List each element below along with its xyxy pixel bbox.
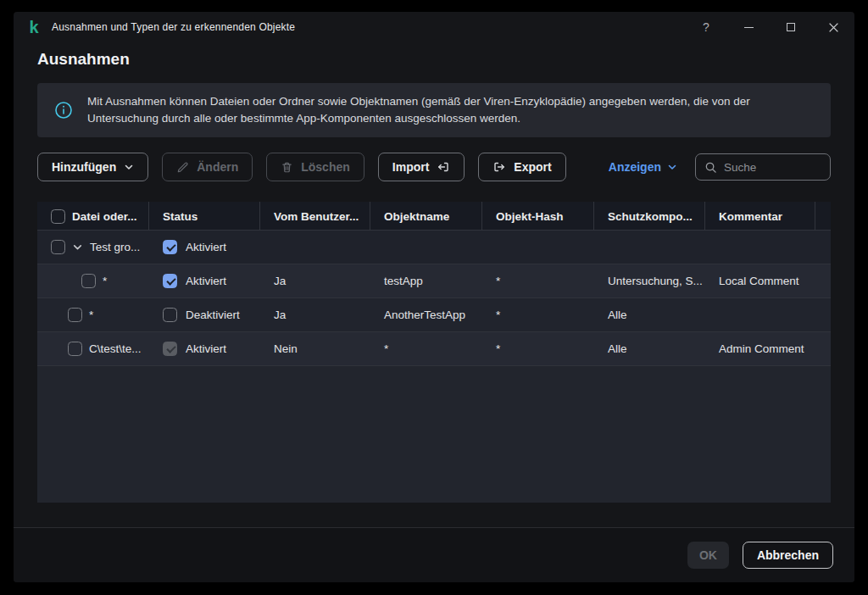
- cell-components: [594, 231, 705, 264]
- import-icon: [437, 160, 450, 174]
- ok-button[interactable]: OK: [687, 542, 729, 569]
- status-checkbox[interactable]: [163, 274, 177, 288]
- header-status[interactable]: Status: [149, 202, 260, 231]
- cell-comment: [705, 298, 815, 331]
- chevron-down-icon: [667, 162, 677, 172]
- cell-object: testApp: [370, 264, 482, 298]
- table-row[interactable]: * Aktiviert Ja testApp * Untersuchung, S…: [37, 264, 831, 298]
- delete-button-label: Löschen: [301, 160, 350, 174]
- row-checkbox[interactable]: [68, 342, 82, 356]
- group-name: Test gro...: [90, 241, 140, 253]
- close-icon: [828, 22, 839, 33]
- header-file-or-folder[interactable]: Datei oder...: [37, 202, 149, 231]
- table-row[interactable]: * Deaktiviert Ja AnotherTestApp * Alle: [37, 298, 831, 332]
- edit-button-label: Ändern: [197, 160, 238, 174]
- footer: OK Abbrechen: [14, 528, 854, 582]
- cell-comment: [705, 231, 815, 264]
- cell-comment: Local Comment: [705, 264, 815, 298]
- minimize-icon: [744, 27, 754, 28]
- status-label: Aktiviert: [186, 275, 226, 287]
- cell-hash: [482, 231, 594, 264]
- info-icon: [54, 101, 73, 120]
- status-label: Aktiviert: [186, 241, 226, 253]
- row-checkbox[interactable]: [51, 240, 65, 254]
- header-object-name[interactable]: Objektname: [370, 202, 482, 231]
- cell-hash: *: [482, 332, 594, 365]
- row-checkbox[interactable]: [68, 308, 82, 322]
- show-dropdown-label: Anzeigen: [609, 160, 661, 174]
- export-icon: [492, 160, 506, 174]
- table-row[interactable]: C\test\te... Aktiviert Nein * * Alle Adm…: [37, 332, 831, 366]
- cell-user: Nein: [260, 332, 370, 365]
- cell-user: Ja: [260, 298, 370, 331]
- delete-button[interactable]: Löschen: [266, 153, 364, 181]
- header-spacer: [815, 202, 836, 231]
- dialog-window: k Ausnahmen und Typen der zu erkennenden…: [14, 12, 854, 582]
- import-button[interactable]: Import: [378, 153, 465, 181]
- cell-object: [370, 231, 482, 264]
- titlebar: k Ausnahmen und Typen der zu erkennenden…: [14, 12, 854, 42]
- cell-object: *: [370, 332, 482, 365]
- trash-icon: [281, 161, 293, 174]
- window-title: Ausnahmen und Typen der zu erkennenden O…: [52, 21, 295, 33]
- header-user-defined[interactable]: Vom Benutzer...: [260, 202, 370, 231]
- header-comment[interactable]: Kommentar: [705, 202, 815, 231]
- search-input[interactable]: [724, 161, 821, 174]
- exclusions-table: Datei oder... Status Vom Benutzer... Obj…: [37, 202, 831, 503]
- show-dropdown[interactable]: Anzeigen: [609, 160, 677, 174]
- status-checkbox[interactable]: [163, 308, 177, 322]
- info-banner: Mit Ausnahmen können Dateien oder Ordner…: [37, 83, 831, 137]
- entry-name: C\test\te...: [89, 342, 142, 355]
- help-button[interactable]: ?: [695, 16, 717, 38]
- info-banner-text: Mit Ausnahmen können Dateien oder Ordner…: [87, 93, 808, 127]
- header-object-hash[interactable]: Objekt-Hash: [482, 202, 594, 231]
- row-checkbox[interactable]: [81, 274, 96, 288]
- header-components[interactable]: Schutzkompo...: [594, 202, 705, 231]
- status-label: Deaktiviert: [186, 309, 240, 321]
- toolbar: Hinzufügen Ändern Löschen Import Export: [37, 153, 831, 181]
- search-box: [695, 153, 831, 181]
- status-label: Aktiviert: [186, 342, 226, 355]
- edit-button[interactable]: Ändern: [162, 153, 253, 181]
- export-button[interactable]: Export: [478, 153, 565, 181]
- cell-object: AnotherTestApp: [370, 298, 482, 331]
- cell-hash: *: [482, 298, 594, 331]
- cell-user: [260, 231, 370, 264]
- search-icon: [704, 161, 717, 174]
- cell-components: Alle: [594, 332, 705, 365]
- cell-hash: *: [482, 264, 594, 298]
- cell-comment: Admin Comment: [705, 332, 815, 365]
- entry-name: *: [103, 275, 107, 287]
- header-label: Datei oder...: [72, 210, 137, 223]
- add-button-label: Hinzufügen: [52, 160, 116, 174]
- cell-components: Alle: [594, 298, 705, 331]
- status-checkbox[interactable]: [163, 240, 177, 254]
- table-empty-area: [37, 366, 831, 502]
- pencil-icon: [176, 161, 189, 174]
- page-title: Ausnahmen: [37, 50, 130, 69]
- cell-user: Ja: [260, 264, 370, 298]
- status-checkbox[interactable]: [163, 342, 177, 356]
- cell-components: Untersuchung, S...: [594, 264, 705, 298]
- maximize-button[interactable]: [780, 16, 802, 38]
- add-button[interactable]: Hinzufügen: [37, 153, 148, 181]
- table-header-row: Datei oder... Status Vom Benutzer... Obj…: [37, 202, 831, 231]
- import-button-label: Import: [392, 160, 430, 174]
- expand-chevron-icon[interactable]: [72, 242, 83, 253]
- close-button[interactable]: [822, 16, 844, 38]
- table-row[interactable]: Test gro... Aktiviert: [37, 231, 831, 264]
- select-all-checkbox[interactable]: [51, 209, 65, 224]
- entry-name: *: [89, 309, 93, 321]
- maximize-icon: [787, 23, 795, 31]
- kaspersky-logo-icon: k: [25, 19, 42, 36]
- minimize-button[interactable]: [737, 16, 760, 38]
- export-button-label: Export: [514, 160, 551, 174]
- chevron-down-icon: [124, 162, 134, 172]
- cancel-button[interactable]: Abbrechen: [743, 542, 833, 569]
